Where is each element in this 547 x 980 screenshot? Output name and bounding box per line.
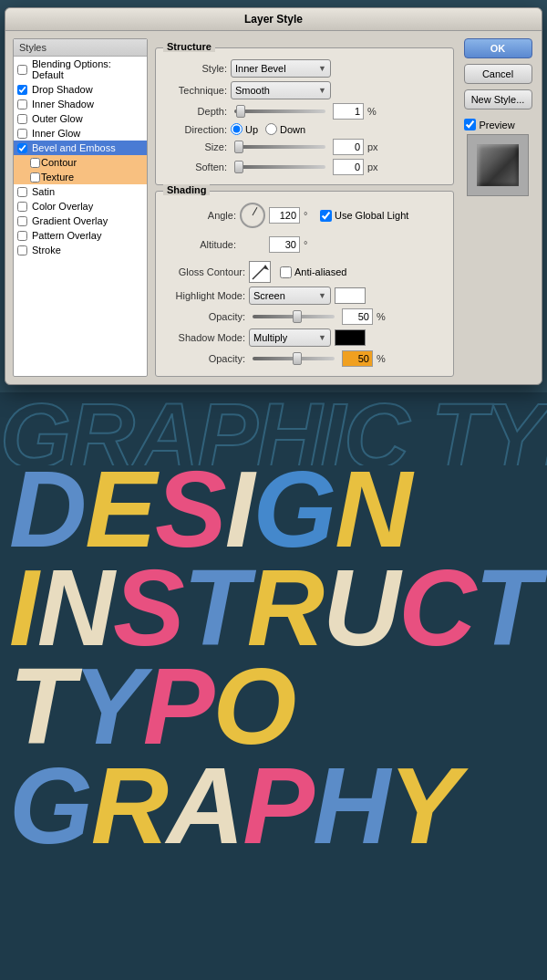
- sidebar-item-contour[interactable]: Contour: [14, 155, 147, 170]
- direction-down-label[interactable]: Down: [265, 123, 305, 135]
- preview-checkbox[interactable]: [464, 119, 476, 130]
- anti-aliased-checkbox[interactable]: [280, 266, 292, 278]
- art-letter-g2: G: [9, 745, 91, 866]
- inner-shadow-checkbox[interactable]: [17, 99, 27, 109]
- size-input[interactable]: 0: [333, 139, 364, 155]
- svg-marker-0: [263, 265, 269, 270]
- size-slider[interactable]: [234, 145, 325, 149]
- size-unit: px: [367, 141, 380, 152]
- art-letter-a3: A: [167, 745, 243, 866]
- angle-line: [253, 207, 258, 215]
- direction-row: Direction: Up Down: [163, 123, 446, 135]
- artwork-area: GRAPHIC TYPE DESIGN INSTRUCT TYPO GRAPHY: [0, 392, 547, 980]
- shadow-mode-select[interactable]: Multiply ▼: [249, 328, 331, 347]
- sidebar-item-stroke[interactable]: Stroke: [14, 243, 147, 257]
- altitude-label: Altitude:: [163, 239, 236, 250]
- use-global-light-checkbox[interactable]: [320, 210, 332, 222]
- technique-row: Technique: Smooth ▼: [163, 81, 446, 99]
- shadow-opacity-thumb[interactable]: [293, 352, 302, 365]
- art-word-graphy: GRAPHY: [9, 745, 459, 866]
- highlight-opacity-thumb[interactable]: [293, 310, 302, 323]
- new-style-button[interactable]: New Style...: [464, 89, 532, 109]
- size-label: Size:: [163, 141, 227, 152]
- stroke-checkbox[interactable]: [17, 245, 27, 255]
- shading-section-title: Shading: [163, 184, 210, 195]
- drop-shadow-checkbox[interactable]: [17, 85, 27, 95]
- bevel-label: Bevel and Emboss: [32, 142, 116, 153]
- angle-wheel[interactable]: [240, 203, 265, 228]
- altitude-input[interactable]: [269, 236, 300, 253]
- art-line-typo: TYPO: [9, 658, 538, 755]
- outer-glow-checkbox[interactable]: [17, 114, 27, 124]
- sidebar-item-satin[interactable]: Satin: [14, 184, 147, 199]
- sidebar-item-bevel[interactable]: Bevel and Emboss: [14, 141, 147, 155]
- style-label: Style:: [163, 63, 227, 74]
- main-panel: Structure Style: Inner Bevel ▼: [155, 38, 454, 377]
- left-panel: Styles Blending Options: Default Drop Sh…: [13, 38, 148, 377]
- shadow-opacity-slider[interactable]: [253, 357, 335, 360]
- structure-title-text: Structure: [167, 41, 212, 52]
- preview-text: Preview: [480, 120, 515, 130]
- preview-area: Preview: [464, 119, 532, 196]
- direction-label: Direction:: [163, 124, 227, 135]
- soften-slider-thumb[interactable]: [234, 161, 243, 173]
- gradient-overlay-checkbox[interactable]: [17, 216, 27, 226]
- highlight-opacity-input[interactable]: [342, 308, 373, 325]
- cancel-button[interactable]: Cancel: [464, 64, 532, 84]
- technique-select[interactable]: Smooth ▼: [231, 81, 331, 99]
- shadow-color-box[interactable]: [335, 329, 366, 346]
- sidebar-item-gradient-overlay[interactable]: Gradient Overlay: [14, 214, 147, 228]
- depth-row: Depth: 1 %: [163, 103, 446, 120]
- direction-up-radio[interactable]: [231, 123, 243, 135]
- direction-down-radio[interactable]: [265, 123, 277, 135]
- sidebar-item-texture[interactable]: Texture: [14, 170, 147, 184]
- technique-label: Technique:: [163, 85, 227, 96]
- shadow-opacity-input[interactable]: [342, 350, 373, 367]
- blending-checkbox[interactable]: [17, 65, 27, 75]
- left-panel-header: Styles: [14, 39, 147, 57]
- sidebar-item-drop-shadow[interactable]: Drop Shadow: [14, 82, 147, 97]
- ok-button[interactable]: OK: [464, 38, 532, 58]
- highlight-opacity-unit: %: [377, 311, 389, 322]
- sidebar-item-outer-glow[interactable]: Outer Glow: [14, 111, 147, 126]
- highlight-mode-select[interactable]: Screen ▼: [249, 287, 331, 305]
- use-global-light-label[interactable]: Use Global Light: [320, 210, 408, 222]
- color-overlay-checkbox[interactable]: [17, 202, 27, 212]
- anti-aliased-label[interactable]: Anti-aliased: [280, 266, 346, 278]
- art-letter-h3: H: [313, 745, 388, 866]
- angle-row: Angle: ° Use Global Light: [163, 203, 446, 228]
- soften-input[interactable]: 0: [333, 159, 364, 175]
- altitude-wheel-spacer: [240, 232, 265, 257]
- pattern-overlay-checkbox[interactable]: [17, 231, 27, 241]
- style-select[interactable]: Inner Bevel ▼: [231, 59, 331, 78]
- shading-section: Shading Angle: °: [155, 191, 454, 377]
- texture-checkbox[interactable]: [30, 172, 40, 182]
- satin-checkbox[interactable]: [17, 187, 27, 197]
- depth-slider[interactable]: [234, 109, 325, 113]
- sidebar-item-inner-shadow[interactable]: Inner Shadow: [14, 97, 147, 111]
- sidebar-item-inner-glow[interactable]: Inner Glow: [14, 126, 147, 141]
- depth-slider-thumb[interactable]: [236, 105, 245, 118]
- contour-checkbox[interactable]: [30, 158, 40, 168]
- sidebar-item-color-overlay[interactable]: Color Overlay: [14, 199, 147, 214]
- angle-unit: °: [304, 210, 316, 221]
- gloss-contour-box[interactable]: [249, 261, 271, 283]
- depth-input[interactable]: 1: [333, 103, 364, 120]
- shadow-mode-row: Shadow Mode: Multiply ▼: [163, 328, 446, 347]
- inner-glow-checkbox[interactable]: [17, 129, 27, 139]
- sidebar-item-blending[interactable]: Blending Options: Default: [14, 57, 147, 82]
- shadow-mode-value: Multiply: [253, 332, 287, 343]
- highlight-opacity-slider[interactable]: [253, 315, 335, 318]
- inner-shadow-label: Inner Shadow: [32, 99, 94, 109]
- art-letter-p3: P: [243, 745, 313, 866]
- highlight-color-box[interactable]: [335, 287, 366, 304]
- right-panel: OK Cancel New Style... Preview: [461, 38, 534, 377]
- soften-slider[interactable]: [234, 165, 325, 169]
- bevel-checkbox[interactable]: [17, 143, 27, 153]
- direction-up-label[interactable]: Up: [231, 123, 258, 135]
- angle-input[interactable]: [269, 207, 300, 224]
- sidebar-item-pattern-overlay[interactable]: Pattern Overlay: [14, 228, 147, 243]
- art-line-instruct: INSTRUCT: [9, 559, 538, 656]
- size-slider-thumb[interactable]: [234, 141, 243, 153]
- pattern-overlay-label: Pattern Overlay: [32, 230, 101, 241]
